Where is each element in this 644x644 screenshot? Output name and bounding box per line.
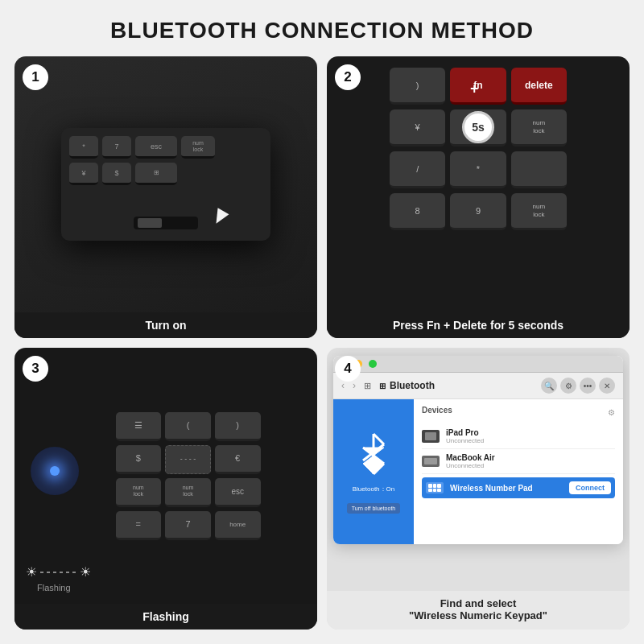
macbook-air-device[interactable]: MacBook Air Unconnected	[422, 449, 615, 474]
step-1-number: 1	[23, 64, 48, 90]
mac-max-btn[interactable]	[369, 360, 377, 368]
wireless-numpad-device[interactable]: Wireless Number Pad Connect	[422, 477, 615, 498]
step-2-caption: Press Fn + Delete for 5 seconds	[327, 312, 630, 338]
step-3-cell: 3 ☰ ( ) $ - - - - €	[14, 348, 317, 630]
macbook-icon	[422, 456, 440, 467]
macbook-device-info: MacBook Air Unconnected	[446, 453, 615, 469]
step-3-number: 3	[23, 356, 48, 382]
step-3-caption: Flashing	[14, 604, 317, 630]
forward-arrow-icon[interactable]: ›	[353, 380, 356, 391]
bluetooth-window: ‹ › ⊞ ⊞ Bluetooth 🔍 ⚙ ••• ✕	[333, 356, 623, 544]
numpad-icon	[426, 482, 444, 493]
bluetooth-left-panel: Bluetooth：On Turn off bluetooth	[333, 399, 414, 544]
macbook-name: MacBook Air	[446, 453, 615, 462]
devices-header: Devices	[422, 406, 452, 415]
bluetooth-body: Bluetooth：On Turn off bluetooth Devices …	[333, 399, 623, 544]
svg-line-2	[374, 434, 384, 444]
step-3-image: ☰ ( ) $ - - - - € numlock numlock esc	[14, 348, 317, 604]
grid-icon: ⊞	[364, 381, 371, 391]
steps-grid: 1 * 7 esc numlock ¥ $ ⊞	[0, 56, 644, 644]
back-arrow-icon[interactable]: ‹	[341, 380, 345, 391]
step-2-image: ) fn delete + ¥ 5s numlock	[327, 56, 630, 312]
numpad-device-name: Wireless Number Pad	[450, 484, 563, 493]
page-title: BLUETOOTH CONNECTION METHOD	[110, 0, 534, 56]
ipad-pro-device[interactable]: iPad Pro Unconnected	[422, 424, 615, 449]
step-4-image: ‹ › ⊞ ⊞ Bluetooth 🔍 ⚙ ••• ✕	[327, 348, 630, 591]
step-1-caption: Turn on	[14, 312, 317, 338]
turn-off-bluetooth-btn[interactable]: Turn off bluetooth	[347, 503, 400, 514]
step-1-cell: 1 * 7 esc numlock ¥ $ ⊞	[14, 56, 317, 338]
step-4-caption: Find and select"Wireless Numeric Keypad"	[327, 591, 630, 630]
connect-button[interactable]: Connect	[569, 481, 611, 494]
nav-icons: 🔍 ⚙ ••• ✕	[541, 378, 615, 394]
close-icon[interactable]: ✕	[599, 378, 615, 394]
mac-titlebar	[333, 356, 623, 373]
bluetooth-on-status: Bluetooth：On	[353, 485, 394, 493]
ipad-status: Unconnected	[446, 437, 615, 444]
step-4-cell: 4 ‹ › ⊞ ⊞ Bluetooth	[327, 348, 630, 630]
ipad-device-info: iPad Pro Unconnected	[446, 428, 615, 444]
ipad-name: iPad Pro	[446, 428, 615, 437]
flash-label: Flashing	[37, 583, 71, 592]
settings-gear-icon: ⚙	[608, 408, 615, 417]
bluetooth-title: ⊞ Bluetooth	[379, 380, 533, 391]
step-4-number: 4	[335, 356, 361, 382]
step-1-image: * 7 esc numlock ¥ $ ⊞	[14, 56, 317, 312]
search-icon[interactable]: 🔍	[541, 378, 557, 394]
settings-icon[interactable]: ⚙	[560, 378, 576, 394]
bluetooth-symbol-icon	[353, 430, 394, 478]
bluetooth-devices-panel: Devices ⚙ iPad Pro Unconnected	[414, 399, 623, 544]
step-2-cell: 2 ) fn delete + ¥	[327, 56, 630, 338]
step-2-number: 2	[335, 64, 361, 90]
ipad-icon	[422, 430, 440, 443]
macbook-status: Unconnected	[446, 462, 615, 469]
mac-navbar: ‹ › ⊞ ⊞ Bluetooth 🔍 ⚙ ••• ✕	[333, 373, 623, 399]
more-icon[interactable]: •••	[580, 378, 596, 394]
numpad-device-info: Wireless Number Pad	[450, 484, 563, 493]
